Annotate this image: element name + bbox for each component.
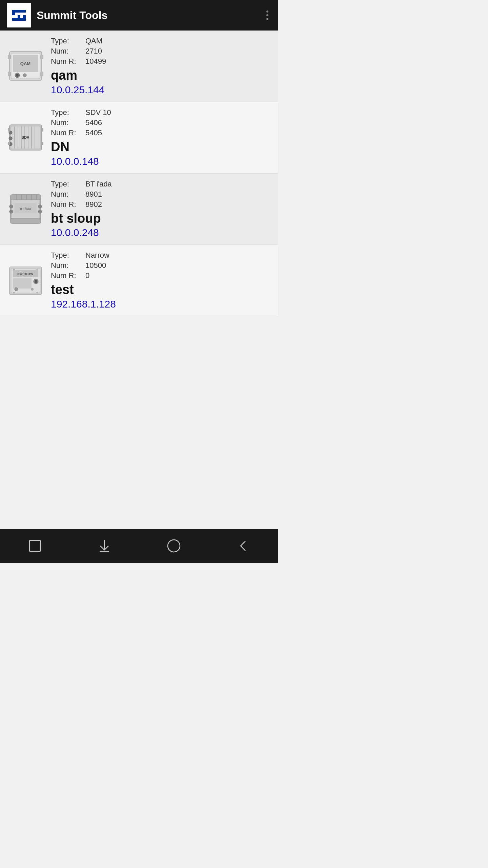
device-info-bt: Type: BT řada Num: 8901 Num R: 8902 bt s… [51,180,271,239]
home-button[interactable] [162,534,186,558]
num-value: 10500 [85,261,106,270]
empty-content-area [0,423,278,529]
numr-value: 8902 [85,200,102,209]
numr-value: 0 [85,271,89,280]
down-button[interactable] [93,534,116,558]
dot-3 [266,18,268,20]
svg-rect-26 [8,142,10,145]
svg-point-40 [38,205,42,208]
num-label: Num: [51,118,81,127]
svg-text:NARROW: NARROW [17,272,34,276]
type-row: Type: BT řada [51,180,271,189]
device-ip-dn[interactable]: 10.0.0.148 [51,156,271,167]
device-name-qam: qam [51,68,271,83]
device-name-test: test [51,283,271,297]
numr-row: Num R: 8902 [51,200,271,209]
svg-point-7 [23,74,26,77]
device-info-dn: Type: SDV 10 Num: 5406 Num R: 5405 DN 10… [51,108,271,167]
logo-icon [9,6,28,25]
device-ip-bt[interactable]: 10.0.0.248 [51,227,271,238]
app-title: Summit Tools [37,9,107,22]
type-value: SDV 10 [85,108,111,117]
svg-point-51 [15,288,18,291]
bottom-navigation [0,529,278,563]
svg-rect-8 [8,55,11,59]
back-button[interactable] [231,534,255,558]
numr-value: 5405 [85,129,102,137]
svg-rect-9 [8,72,11,76]
device-item-qam[interactable]: QAM Type: QAM Num: 2710 [0,31,278,102]
device-item-test[interactable]: NARROW Type: Narrow [0,245,278,316]
svg-point-55 [13,292,15,293]
num-label: Num: [51,47,81,56]
home-circle-icon [166,538,182,554]
numr-label: Num R: [51,57,81,66]
num-label: Num: [51,190,81,199]
svg-point-41 [38,210,42,213]
more-options-button[interactable] [264,8,271,23]
numr-label: Num R: [51,200,81,209]
dot-1 [266,11,268,13]
numr-row: Num R: 5405 [51,129,271,137]
header-left: Summit Tools [7,3,107,27]
type-label: Type: [51,180,81,189]
num-value: 8901 [85,190,102,199]
device-item-dn[interactable]: SDV Type: SDV 10 Num: 5406 [0,102,278,174]
type-label: Type: [51,251,81,260]
svg-rect-11 [41,72,43,76]
svg-rect-25 [8,128,10,132]
numr-label: Num R: [51,129,81,137]
svg-rect-57 [29,540,40,551]
type-row: Type: Narrow [51,251,271,260]
svg-point-52 [31,288,34,291]
svg-rect-10 [41,55,43,59]
device-labels-dn: Type: SDV 10 Num: 5406 Num R: 5405 [51,108,271,137]
recent-apps-icon [27,538,43,554]
svg-point-53 [13,269,15,270]
device-ip-qam[interactable]: 10.0.25.144 [51,84,271,96]
type-value: BT řada [85,180,112,189]
type-value: QAM [85,37,102,45]
device-name-bt: bt sloup [51,212,271,226]
dot-2 [266,14,268,16]
num-value: 2710 [85,47,102,56]
num-value: 5406 [85,118,102,127]
recent-apps-button[interactable] [23,534,47,558]
back-icon [235,538,251,554]
download-icon [96,538,113,554]
numr-row: Num R: 0 [51,271,271,280]
type-label: Type: [51,37,81,45]
app-header: Summit Tools [0,0,278,31]
num-row: Num: 2710 [51,47,271,56]
svg-rect-31 [11,218,41,223]
svg-rect-27 [41,128,43,132]
num-row: Num: 5406 [51,118,271,127]
type-label: Type: [51,108,81,117]
device-labels-qam: Type: QAM Num: 2710 Num R: 10499 [51,37,271,66]
device-name-dn: DN [51,140,271,154]
svg-point-39 [9,210,13,213]
device-image-dn: SDV [7,119,44,156]
device-ip-test[interactable]: 192.168.1.128 [51,298,271,310]
device-labels-test: Type: Narrow Num: 10500 Num R: 0 [51,251,271,280]
type-row: Type: QAM [51,37,271,45]
svg-point-6 [16,74,19,77]
device-image-test: NARROW [7,262,44,299]
svg-point-54 [37,269,38,270]
type-value: Narrow [85,251,109,260]
svg-rect-30 [11,195,41,200]
device-info-qam: Type: QAM Num: 2710 Num R: 10499 qam 10.… [51,37,271,96]
svg-point-56 [37,292,38,293]
type-row: Type: SDV 10 [51,108,271,117]
device-labels-bt: Type: BT řada Num: 8901 Num R: 8902 [51,180,271,209]
svg-text:SDV: SDV [21,135,29,139]
num-row: Num: 10500 [51,261,271,270]
svg-text:BT řada: BT řada [20,207,31,211]
svg-text:QAM: QAM [20,61,30,66]
svg-point-23 [9,137,12,140]
numr-row: Num R: 10499 [51,57,271,66]
device-list: QAM Type: QAM Num: 2710 [0,31,278,423]
device-image-bt: BT řada [7,190,44,228]
device-item-bt[interactable]: BT řada Type: BT řada Num: 8901 Num R: 8… [0,174,278,245]
num-label: Num: [51,261,81,270]
